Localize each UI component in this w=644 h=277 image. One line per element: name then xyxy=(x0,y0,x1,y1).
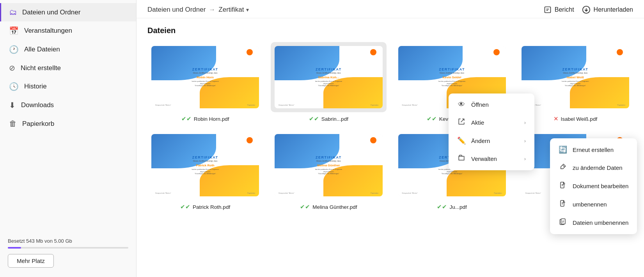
header: Dateien und Ordner → Zertifikat ▾ Berich… xyxy=(137,0,644,18)
ctx-aktie-label: Aktie xyxy=(471,119,484,126)
check-double-icon-1: ✔✔ xyxy=(309,115,319,122)
not-created-icon: ⊘ xyxy=(9,64,15,72)
edit-data-icon xyxy=(559,163,567,172)
file-name-row-3: ✕ Isabel Weiß.pdf xyxy=(554,115,598,122)
sidebar-item-papierkorb[interactable]: 🗑 Papierkorb xyxy=(0,115,136,133)
file-name-row-6: ✔✔ Ju...pdf xyxy=(437,203,467,210)
file-name-row-4: ✔✔ Patrick Roth.pdf xyxy=(180,203,230,210)
report-icon xyxy=(544,6,552,14)
sidebar-item-label: Veranstaltungen xyxy=(24,27,72,35)
file-name-row-1: ✔✔ Sabrin...pdf xyxy=(309,115,348,122)
chevron-right-icon-3: › xyxy=(524,156,526,162)
breadcrumb-root[interactable]: Dateien und Ordner xyxy=(147,6,206,14)
sidebar-item-veranstaltungen[interactable]: 📅 Veranstaltungen xyxy=(0,21,136,40)
sidebar-item-label: Historie xyxy=(24,83,47,90)
x-icon-3: ✕ xyxy=(554,115,559,122)
file-name-1: Sabrin...pdf xyxy=(321,116,348,122)
file-thumbnail-4: ZERTIFIKAT Dieses Zertifikat bestätigt, … xyxy=(151,134,259,196)
chevron-right-icon-2: › xyxy=(524,138,526,144)
file-name-0: Robin Horn.pdf xyxy=(194,116,229,122)
check-double-icon-4: ✔✔ xyxy=(180,203,190,210)
check-double-icon-6: ✔✔ xyxy=(437,203,447,210)
edit-icon: ✏️ xyxy=(457,136,466,145)
check-double-icon-5: ✔✔ xyxy=(300,203,310,210)
ctx-oeffnen[interactable]: 👁 Öffnen xyxy=(449,96,534,113)
check-double-icon-2: ✔✔ xyxy=(427,115,437,122)
chevron-down-icon: ▾ xyxy=(246,7,249,13)
file-thumbnail-0: ZERTIFIKAT Dieses Zertifikat bestätigt, … xyxy=(151,46,259,108)
sidebar-item-label: Downloads xyxy=(21,101,54,109)
ctx-zu-aendernde-daten-label: zu ändernde Daten xyxy=(573,164,623,171)
sidebar-item-label: Nicht erstellte xyxy=(21,64,61,72)
ctx-erneut-erstellen[interactable]: 🔄 Erneut erstellen xyxy=(550,141,637,159)
ctx-erneut-erstellen-label: Erneut erstellen xyxy=(573,146,614,153)
file-name-5: Melina Günther.pdf xyxy=(312,204,357,210)
sidebar-item-dateien[interactable]: 🗂 Dateien und Ordner xyxy=(0,3,136,21)
file-name-4: Patrick Roth.pdf xyxy=(193,204,230,210)
context-menu-primary: 👁 Öffnen Aktie › ✏️ Ändern › Verwalten › xyxy=(449,94,534,170)
download-header-icon xyxy=(582,5,591,14)
file-card-4[interactable]: ZERTIFIKAT Dieses Zertifikat bestätigt, … xyxy=(147,130,263,210)
check-double-icon: ✔✔ xyxy=(181,115,192,122)
share-icon xyxy=(457,118,466,127)
storage-bar-bg xyxy=(8,247,128,249)
ctx-aendern-label: Ändern xyxy=(471,138,490,144)
storage-bar-fill xyxy=(8,247,21,249)
breadcrumb: Dateien und Ordner → Zertifikat ▾ xyxy=(147,6,249,14)
history-icon: 🕓 xyxy=(9,82,19,91)
file-thumbnail-1: ZERTIFIKAT Dieses Zertifikat bestätigt, … xyxy=(275,46,382,108)
document-edit-icon xyxy=(559,182,567,191)
download-icon: ⬇ xyxy=(9,101,16,110)
trash-icon: 🗑 xyxy=(9,119,17,128)
svg-line-5 xyxy=(563,165,565,167)
ctx-verwalten-label: Verwalten xyxy=(471,155,497,162)
breadcrumb-current-label: Zertifikat xyxy=(218,6,244,14)
file-name-row-0: ✔✔ Robin Horn.pdf xyxy=(181,115,229,122)
folder-manage-icon xyxy=(457,154,466,163)
sidebar-item-nicht-erstellte[interactable]: ⊘ Nicht erstellte xyxy=(0,59,136,77)
ctx-verwalten[interactable]: Verwalten › xyxy=(449,150,534,168)
header-actions: Bericht Herunterladen xyxy=(544,5,633,14)
file-thumbnail-5: ZERTIFIKAT Dieses Zertifikat bestätigt, … xyxy=(275,134,382,196)
ctx-zu-aendernde-daten[interactable]: zu ändernde Daten xyxy=(550,159,637,177)
refresh-icon: 🔄 xyxy=(559,145,567,154)
files-rename-icon xyxy=(559,218,567,227)
file-thumbnail-3: ZERTIFIKAT Dieses Zertifikat bestätigt, … xyxy=(522,46,629,108)
calendar-icon: 📅 xyxy=(9,26,19,35)
ctx-dokument-bearbeiten-label: Dokument bearbeiten xyxy=(573,183,628,189)
ctx-oeffnen-label: Öffnen xyxy=(471,101,489,108)
chevron-right-icon: › xyxy=(524,120,526,125)
sidebar: 🗂 Dateien und Ordner 📅 Veranstaltungen 🕐… xyxy=(0,0,137,277)
rename-icon xyxy=(559,200,567,209)
storage-label: Besetzt 543 Mb von 5.00 Gb xyxy=(8,238,128,244)
file-name-row-5: ✔✔ Melina Günther.pdf xyxy=(300,203,357,210)
sidebar-item-downloads[interactable]: ⬇ Downloads xyxy=(0,96,136,115)
sidebar-item-historie[interactable]: 🕓 Historie xyxy=(0,77,136,96)
mehr-platz-button[interactable]: Mehr Platz xyxy=(8,254,54,268)
file-card-1[interactable]: ZERTIFIKAT Dieses Zertifikat bestätigt, … xyxy=(271,42,386,122)
herunterladen-button[interactable]: Herunterladen xyxy=(582,5,633,14)
sidebar-item-label: Alle Dateien xyxy=(24,46,60,53)
breadcrumb-current[interactable]: Zertifikat ▾ xyxy=(218,6,248,14)
clock-icon: 🕐 xyxy=(9,45,19,54)
context-menu-secondary: 🔄 Erneut erstellen zu ändernde Daten Dok… xyxy=(550,138,637,234)
file-card-0[interactable]: ZERTIFIKAT Dieses Zertifikat bestätigt, … xyxy=(147,42,263,122)
ctx-dokument-bearbeiten[interactable]: Dokument bearbeiten xyxy=(550,177,637,195)
sidebar-footer: Besetzt 543 Mb von 5.00 Gb Mehr Platz xyxy=(0,232,136,274)
folder-icon: 🗂 xyxy=(9,8,17,17)
bericht-button[interactable]: Bericht xyxy=(544,6,574,14)
file-name-3: Isabel Weiß.pdf xyxy=(561,116,598,122)
ctx-umbenennen[interactable]: umbenennen xyxy=(550,195,637,213)
file-name-6: Ju...pdf xyxy=(449,204,467,210)
ctx-aendern[interactable]: ✏️ Ändern › xyxy=(449,132,534,150)
section-title: Dateien xyxy=(147,26,633,35)
eye-icon: 👁 xyxy=(457,101,466,109)
sidebar-item-alle-dateien[interactable]: 🕐 Alle Dateien xyxy=(0,40,136,59)
ctx-dateien-umbenennen[interactable]: Dateien umbenennen xyxy=(550,213,637,232)
file-card-5[interactable]: ZERTIFIKAT Dieses Zertifikat bestätigt, … xyxy=(271,130,386,210)
ctx-aktie[interactable]: Aktie › xyxy=(449,113,534,132)
file-card-3[interactable]: ZERTIFIKAT Dieses Zertifikat bestätigt, … xyxy=(518,42,633,122)
main-content: Dateien und Ordner → Zertifikat ▾ Berich… xyxy=(137,0,644,277)
ctx-umbenennen-label: umbenennen xyxy=(573,201,607,208)
sidebar-item-label: Dateien und Ordner xyxy=(22,9,80,16)
